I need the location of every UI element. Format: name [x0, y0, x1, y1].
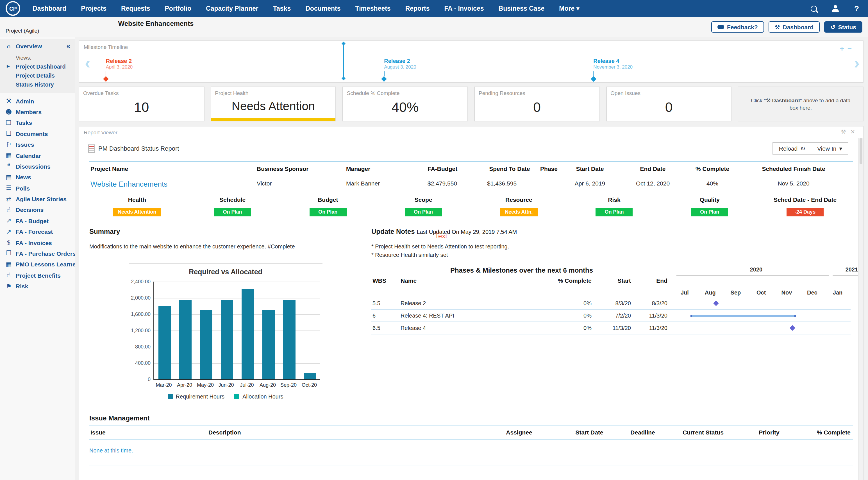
timeline-milestone[interactable]: Release 4November 3, 2020 — [593, 58, 632, 70]
sidebar-item-icon: ❝ — [4, 163, 13, 170]
help-icon[interactable]: ? — [854, 4, 859, 12]
wrench-icon: ⚒ — [766, 97, 771, 103]
update-note-line: * Project Health set to Needs Attention … — [371, 242, 853, 250]
kpi-value: Needs Attention — [211, 99, 335, 113]
nav-item[interactable]: Requests — [121, 5, 150, 12]
panel-close-icon[interactable]: ✕ — [850, 129, 855, 135]
nav-item[interactable]: Documents — [305, 5, 340, 12]
sidebar-item-icon: ❏ — [4, 130, 13, 138]
status-button[interactable]: ↺ Status — [824, 21, 862, 33]
nav-item[interactable]: Business Case — [499, 5, 545, 12]
kpi-value: 0 — [607, 99, 731, 115]
sidebar-item[interactable]: $ FA - Invoices — [0, 237, 75, 248]
nav-item[interactable]: Dashboard — [33, 5, 66, 12]
sidebar-item[interactable]: ⚐ Issues — [0, 139, 75, 150]
sidebar-item[interactable]: ❝ Discussions — [0, 161, 75, 172]
add-data-box-hint[interactable]: Click "⚒ Dashboard" above to add a data … — [738, 87, 864, 121]
reload-icon: ↻ — [800, 145, 805, 152]
page-subtitle: Project (Agile) — [6, 28, 711, 34]
nav-item[interactable]: Projects — [81, 5, 106, 12]
kpi-card[interactable]: Overdue Tasks 10 — [79, 87, 204, 121]
sidebar-item[interactable]: ▦ PMO Lessons Learned — [0, 259, 75, 270]
nav-item[interactable]: Capacity Planner — [206, 5, 258, 12]
chart-x-axis: Mar-20Apr-20May-20Jun-20Jul-20Aug-20Sep-… — [153, 380, 320, 388]
nav-item[interactable]: More ▾ — [559, 4, 580, 12]
kpi-card[interactable]: Schedule % Complete 40% — [342, 87, 468, 121]
chart-bar — [241, 289, 254, 379]
sidebar-item-overview[interactable]: ⌂ Overview « — [0, 42, 75, 50]
nav-utility-icons: ? — [811, 4, 859, 12]
project-cell — [533, 174, 565, 190]
health-badge: On Plan — [405, 208, 442, 216]
project-link-cell[interactable]: Website Enhancements — [89, 174, 256, 190]
health-label: Scope — [376, 196, 471, 203]
reload-button[interactable]: Reload↻ — [773, 143, 811, 154]
kpi-card[interactable]: Open Issues 0 — [606, 87, 732, 121]
timeline-milestone[interactable]: Release 2August 3, 2020 — [384, 58, 416, 70]
sidebar-item[interactable]: ⚒ Admin — [0, 95, 75, 107]
column-header: Phase — [533, 162, 565, 174]
nav-item[interactable]: Reports — [405, 5, 430, 12]
gantt-cell — [672, 298, 850, 310]
kpi-card[interactable]: Project Health Needs Attention — [210, 87, 336, 121]
project-cell: Oct 12, 2020 — [615, 174, 690, 190]
nav-item[interactable]: Tasks — [273, 5, 291, 12]
sidebar-item-icon: ☝ — [4, 206, 13, 214]
sidebar-item[interactable]: ↗ FA - Budget — [0, 215, 75, 226]
sidebar: ⌂ Overview « Views: ▶ Project Dashboard … — [0, 37, 75, 480]
user-icon[interactable] — [832, 5, 840, 12]
dashboard-button[interactable]: ⚒ Dashboard — [769, 21, 820, 33]
sidebar-item[interactable]: ☰ Polls — [0, 183, 75, 193]
sidebar-item[interactable]: ⇄ Agile User Stories — [0, 193, 75, 205]
project-table-row: Website EnhancementsVictorMark Banner$2,… — [89, 174, 853, 190]
sidebar-item[interactable]: ❏ Documents — [0, 128, 75, 139]
sidebar-item[interactable]: ↗ FA - Forecast — [0, 226, 75, 237]
scrollbar-thumb[interactable] — [860, 138, 862, 164]
app-logo[interactable]: CP — [6, 1, 20, 16]
chart-y-axis: 0400.00800.001,200.001,600.002,000.002,4… — [129, 281, 153, 379]
feedback-bubble-icon — [717, 25, 724, 29]
sidebar-item[interactable]: ❐ FA - Purchase Orders — [0, 248, 75, 259]
kpi-label: Schedule % Complete — [347, 90, 400, 96]
sidebar-item[interactable]: ▤ News — [0, 172, 75, 183]
timeline-milestones-layer: Release 2April 3, 2020Release 2August 3,… — [79, 41, 863, 82]
nav-item[interactable]: Timesheets — [355, 5, 391, 12]
health-indicator: Sched Date - End Date -24 Days — [757, 196, 853, 216]
gantt-cell — [672, 310, 850, 322]
view-project-details[interactable]: Project Details — [0, 71, 75, 80]
health-badge: On Plan — [691, 208, 728, 216]
issue-table-header: IssueDescriptionAssigneeStart DateDeadli… — [89, 425, 853, 439]
health-indicator: Resource Needs Attn. — [471, 196, 566, 216]
sidebar-item-label: FA - Purchase Orders — [16, 250, 75, 257]
nav-item[interactable]: FA - Invoices — [444, 5, 484, 12]
health-badge: Needs Attn. — [500, 208, 538, 216]
nav-item[interactable]: Portfolio — [165, 5, 192, 12]
sidebar-item-icon: ▦ — [4, 261, 13, 268]
gantt-month-label: Jul — [672, 290, 698, 296]
health-label: Health — [89, 196, 185, 203]
kpi-value: 10 — [79, 99, 204, 115]
sidebar-item-label: Members — [16, 109, 41, 115]
sidebar-item[interactable]: ☝ Project Benefits — [0, 270, 75, 281]
issues-empty-link[interactable]: None at this time. — [89, 439, 853, 465]
view-status-history[interactable]: Status History — [0, 80, 75, 89]
chart-plot — [153, 281, 320, 380]
sidebar-item[interactable]: ❐ Tasks — [0, 117, 75, 128]
main-content: Milestone Timeline +− ‹ › Release 2April… — [75, 37, 868, 480]
view-project-dashboard[interactable]: ▶ Project Dashboard — [0, 62, 75, 71]
health-badge: Needs Attention — [113, 208, 161, 216]
feedback-button[interactable]: Feedback? — [711, 21, 764, 33]
kpi-card[interactable]: Pending Resources 0 — [474, 87, 600, 121]
kpi-label: Pending Resources — [479, 90, 525, 96]
search-icon[interactable] — [811, 5, 817, 11]
sidebar-item[interactable]: ☝ Decisions — [0, 205, 75, 215]
panel-settings-wrench-icon[interactable]: ⚒ — [841, 129, 846, 135]
collapse-sidebar-icon[interactable]: « — [67, 42, 70, 50]
report-name: PM Dashboard Status Report — [98, 145, 773, 152]
sidebar-item[interactable]: ☻ Members — [0, 107, 75, 117]
column-header: Scheduled Finish Date — [734, 162, 853, 174]
sidebar-item[interactable]: ⚑ Risk — [0, 281, 75, 292]
sidebar-item[interactable]: ▦ Calendar — [0, 150, 75, 161]
view-in-dropdown[interactable]: View In▾ — [811, 143, 848, 154]
timeline-milestone[interactable]: Release 2April 3, 2020 — [106, 58, 132, 70]
